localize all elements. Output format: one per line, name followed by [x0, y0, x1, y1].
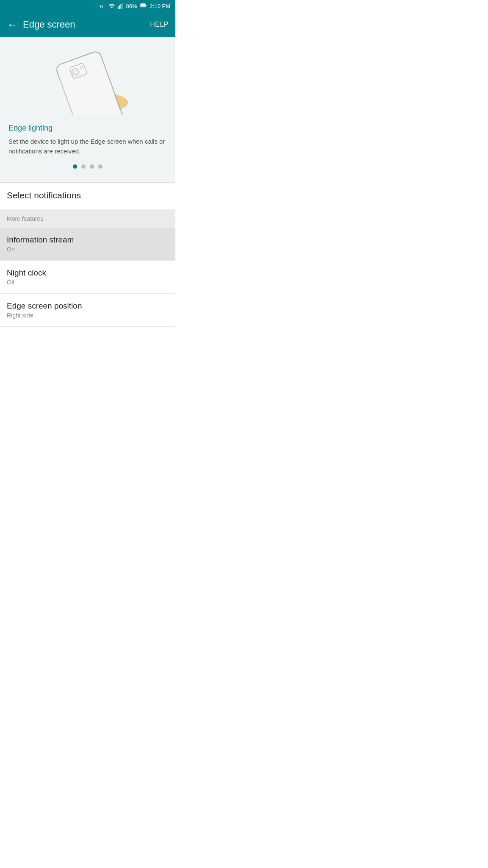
nfc-icon: N [100, 3, 106, 9]
help-button[interactable]: HELP [150, 21, 169, 28]
battery-icon [139, 3, 148, 9]
night-clock-subtitle: Off [7, 279, 169, 286]
information-stream-subtitle: On [7, 246, 169, 253]
dot-4[interactable] [98, 164, 103, 169]
svg-rect-4 [122, 3, 122, 8]
select-notifications-title: Select notifications [7, 190, 169, 200]
more-features-section: More features [0, 210, 175, 228]
svg-rect-7 [141, 4, 145, 7]
night-clock-item[interactable]: Night clock Off [0, 261, 175, 294]
battery-percent: 86% [126, 3, 137, 9]
svg-rect-6 [146, 5, 146, 6]
select-notifications-item[interactable]: Select notifications [0, 183, 175, 210]
wifi-icon [108, 3, 115, 9]
status-icons: N 86% 2:10 PM [100, 3, 170, 9]
svg-text:N: N [100, 4, 103, 8]
svg-rect-2 [119, 6, 120, 9]
night-clock-title: Night clock [7, 268, 169, 278]
phone-illustration [37, 47, 139, 115]
svg-rect-10 [56, 51, 125, 115]
signal-icon [117, 3, 124, 9]
back-button[interactable]: ← [7, 19, 18, 30]
more-features-label: More features [7, 215, 43, 222]
edge-screen-position-item[interactable]: Edge screen position Right side [0, 294, 175, 327]
app-bar: ← Edge screen HELP [0, 12, 175, 37]
app-bar-left: ← Edge screen [7, 19, 75, 30]
feature-illustration-area: Edge lighting Set the device to light up… [0, 37, 175, 182]
dot-3[interactable] [90, 164, 94, 169]
page-title: Edge screen [23, 19, 75, 30]
feature-title: Edge lighting [8, 124, 167, 133]
dot-2[interactable] [81, 164, 86, 169]
status-time: 2:10 PM [150, 3, 170, 9]
edge-screen-position-subtitle: Right side [7, 312, 169, 319]
svg-rect-1 [117, 6, 118, 8]
phone-svg [37, 47, 139, 115]
dot-1[interactable] [73, 164, 77, 169]
status-bar: N 86% 2:10 PM [0, 0, 175, 12]
information-stream-title: Information stream [7, 235, 169, 245]
information-stream-item[interactable]: Information stream On [0, 228, 175, 261]
pagination-dots [73, 156, 103, 175]
feature-text: Edge lighting Set the device to light up… [7, 124, 169, 156]
svg-rect-3 [120, 4, 121, 9]
edge-screen-position-title: Edge screen position [7, 301, 169, 311]
feature-description: Set the device to light up the Edge scre… [8, 137, 167, 156]
